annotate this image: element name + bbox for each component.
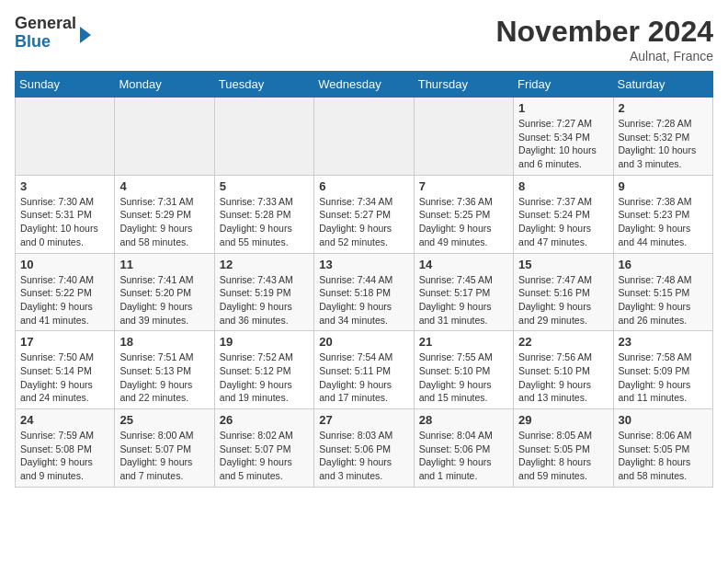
day-number: 18 [119, 335, 209, 349]
header-friday: Friday [514, 72, 613, 98]
table-row: 21Sunrise: 7:55 AMSunset: 5:10 PMDayligh… [414, 331, 513, 409]
page-header: General Blue November 2024 Aulnat, Franc… [15, 15, 713, 63]
day-number: 1 [518, 101, 608, 115]
day-info: Sunrise: 7:51 AMSunset: 5:13 PMDaylight:… [119, 350, 209, 405]
table-row: 19Sunrise: 7:52 AMSunset: 5:12 PMDayligh… [214, 331, 313, 409]
day-info: Sunrise: 7:48 AMSunset: 5:15 PMDaylight:… [619, 273, 708, 327]
day-number: 6 [319, 179, 408, 193]
title-block: November 2024 Aulnat, France [495, 15, 713, 63]
day-info: Sunrise: 7:50 AMSunset: 5:14 PMDaylight:… [20, 350, 109, 405]
table-row: 18Sunrise: 7:51 AMSunset: 5:13 PMDayligh… [115, 331, 214, 409]
day-number: 15 [518, 258, 608, 271]
month-title: November 2024 [495, 15, 713, 49]
day-number: 17 [20, 335, 109, 349]
logo-general: General [15, 15, 76, 33]
calendar-week-row: 3Sunrise: 7:30 AMSunset: 5:31 PMDaylight… [16, 175, 713, 253]
table-row: 9Sunrise: 7:38 AMSunset: 5:23 PMDaylight… [613, 175, 712, 253]
day-info: Sunrise: 7:30 AMSunset: 5:31 PMDaylight:… [20, 195, 109, 249]
table-row: 17Sunrise: 7:50 AMSunset: 5:14 PMDayligh… [16, 331, 115, 409]
day-info: Sunrise: 7:33 AMSunset: 5:28 PMDaylight:… [220, 195, 309, 249]
day-info: Sunrise: 7:55 AMSunset: 5:10 PMDaylight:… [419, 350, 508, 405]
table-row: 14Sunrise: 7:45 AMSunset: 5:17 PMDayligh… [414, 253, 513, 331]
day-info: Sunrise: 7:34 AMSunset: 5:27 PMDaylight:… [319, 195, 408, 249]
day-info: Sunrise: 8:02 AMSunset: 5:07 PMDaylight:… [220, 429, 309, 483]
day-number: 29 [518, 413, 608, 427]
header-wednesday: Wednesday [314, 72, 414, 98]
day-number: 11 [119, 258, 209, 271]
table-row: 5Sunrise: 7:33 AMSunset: 5:28 PMDaylight… [214, 175, 313, 253]
day-info: Sunrise: 7:31 AMSunset: 5:29 PMDaylight:… [119, 195, 209, 249]
table-row: 7Sunrise: 7:36 AMSunset: 5:25 PMDaylight… [414, 175, 513, 253]
calendar-week-row: 10Sunrise: 7:40 AMSunset: 5:22 PMDayligh… [16, 253, 713, 331]
day-info: Sunrise: 7:52 AMSunset: 5:12 PMDaylight:… [220, 350, 309, 405]
day-info: Sunrise: 7:41 AMSunset: 5:20 PMDaylight:… [119, 273, 209, 327]
day-number: 27 [319, 413, 408, 427]
table-row: 22Sunrise: 7:56 AMSunset: 5:10 PMDayligh… [514, 331, 613, 409]
day-info: Sunrise: 7:27 AMSunset: 5:34 PMDaylight:… [518, 117, 608, 171]
day-info: Sunrise: 7:38 AMSunset: 5:23 PMDaylight:… [619, 195, 708, 249]
header-saturday: Saturday [613, 72, 712, 98]
table-row: 30Sunrise: 8:06 AMSunset: 5:05 PMDayligh… [613, 409, 712, 488]
day-info: Sunrise: 8:05 AMSunset: 5:05 PMDaylight:… [518, 429, 608, 483]
day-info: Sunrise: 7:28 AMSunset: 5:32 PMDaylight:… [619, 117, 708, 171]
day-info: Sunrise: 7:37 AMSunset: 5:24 PMDaylight:… [518, 195, 608, 249]
day-number: 9 [619, 179, 708, 193]
day-number: 5 [220, 179, 309, 193]
table-row: 13Sunrise: 7:44 AMSunset: 5:18 PMDayligh… [314, 253, 414, 331]
table-row: 15Sunrise: 7:47 AMSunset: 5:16 PMDayligh… [514, 253, 613, 331]
table-row [314, 98, 414, 176]
location: Aulnat, France [495, 49, 713, 63]
logo-arrow-icon [80, 27, 91, 43]
calendar-week-row: 1Sunrise: 7:27 AMSunset: 5:34 PMDaylight… [16, 98, 713, 176]
table-row: 4Sunrise: 7:31 AMSunset: 5:29 PMDaylight… [115, 175, 214, 253]
table-row: 20Sunrise: 7:54 AMSunset: 5:11 PMDayligh… [314, 331, 414, 409]
day-number: 30 [619, 413, 708, 427]
day-info: Sunrise: 7:56 AMSunset: 5:10 PMDaylight:… [518, 350, 608, 405]
day-info: Sunrise: 7:40 AMSunset: 5:22 PMDaylight:… [20, 273, 109, 327]
table-row [214, 98, 313, 176]
day-info: Sunrise: 7:44 AMSunset: 5:18 PMDaylight:… [319, 273, 408, 327]
calendar-header-row: Sunday Monday Tuesday Wednesday Thursday… [16, 72, 713, 98]
day-number: 4 [119, 179, 209, 193]
day-number: 22 [518, 335, 608, 349]
day-info: Sunrise: 7:58 AMSunset: 5:09 PMDaylight:… [619, 350, 708, 405]
day-info: Sunrise: 7:36 AMSunset: 5:25 PMDaylight:… [419, 195, 508, 249]
table-row: 28Sunrise: 8:04 AMSunset: 5:06 PMDayligh… [414, 409, 513, 488]
calendar-week-row: 24Sunrise: 7:59 AMSunset: 5:08 PMDayligh… [16, 409, 713, 488]
logo-blue: Blue [15, 33, 76, 52]
day-info: Sunrise: 8:06 AMSunset: 5:05 PMDaylight:… [619, 429, 708, 483]
table-row: 1Sunrise: 7:27 AMSunset: 5:34 PMDaylight… [514, 98, 613, 176]
day-info: Sunrise: 8:04 AMSunset: 5:06 PMDaylight:… [419, 429, 508, 483]
header-monday: Monday [115, 72, 214, 98]
table-row: 2Sunrise: 7:28 AMSunset: 5:32 PMDaylight… [613, 98, 712, 176]
day-number: 20 [319, 335, 408, 349]
header-thursday: Thursday [414, 72, 513, 98]
table-row: 24Sunrise: 7:59 AMSunset: 5:08 PMDayligh… [16, 409, 115, 488]
day-number: 7 [419, 179, 508, 193]
day-number: 23 [619, 335, 708, 349]
day-info: Sunrise: 7:43 AMSunset: 5:19 PMDaylight:… [220, 273, 309, 327]
table-row [16, 98, 115, 176]
table-row: 11Sunrise: 7:41 AMSunset: 5:20 PMDayligh… [115, 253, 214, 331]
table-row: 6Sunrise: 7:34 AMSunset: 5:27 PMDaylight… [314, 175, 414, 253]
table-row: 26Sunrise: 8:02 AMSunset: 5:07 PMDayligh… [214, 409, 313, 488]
day-number: 8 [518, 179, 608, 193]
table-row [414, 98, 513, 176]
header-tuesday: Tuesday [214, 72, 313, 98]
day-number: 13 [319, 258, 408, 271]
day-number: 2 [619, 101, 708, 115]
day-number: 3 [20, 179, 109, 193]
day-number: 14 [419, 258, 508, 271]
day-number: 19 [220, 335, 309, 349]
table-row [115, 98, 214, 176]
day-info: Sunrise: 8:03 AMSunset: 5:06 PMDaylight:… [319, 429, 408, 483]
header-sunday: Sunday [16, 72, 115, 98]
day-info: Sunrise: 7:54 AMSunset: 5:11 PMDaylight:… [319, 350, 408, 405]
table-row: 8Sunrise: 7:37 AMSunset: 5:24 PMDaylight… [514, 175, 613, 253]
logo: General Blue [15, 15, 91, 52]
day-number: 10 [20, 258, 109, 271]
day-info: Sunrise: 7:59 AMSunset: 5:08 PMDaylight:… [20, 429, 109, 483]
day-number: 12 [220, 258, 309, 271]
table-row: 16Sunrise: 7:48 AMSunset: 5:15 PMDayligh… [613, 253, 712, 331]
day-number: 28 [419, 413, 508, 427]
